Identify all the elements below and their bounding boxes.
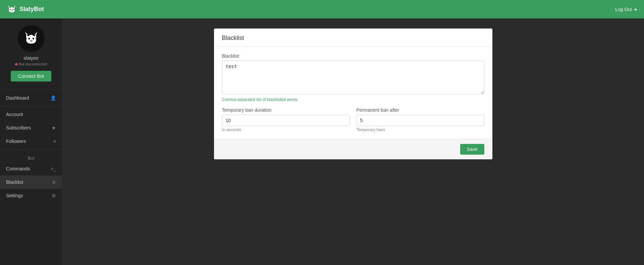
perm-ban-input[interactable]	[357, 115, 484, 126]
bot-status: Bot disconnected	[15, 62, 47, 66]
sidebar-item-dashboard[interactable]: Dashboard 👤	[0, 91, 62, 105]
perm-ban-label: Permanent ban after	[357, 107, 484, 113]
blacklist-card: Blacklist Blacklist Comma-separated list…	[214, 29, 492, 159]
blacklist-hint: Comma-separated list of blacklisted word…	[222, 97, 484, 102]
temp-ban-input[interactable]	[222, 115, 350, 126]
connect-bot-button[interactable]: Connect Bot	[11, 71, 51, 82]
svg-marker-8	[25, 32, 28, 35]
sidebar-divider-3	[0, 149, 62, 150]
username-label: slatyoo	[23, 55, 38, 61]
sidebar-item-settings[interactable]: Settings ⚙	[0, 189, 62, 202]
subscribers-icon: ★	[52, 125, 56, 130]
card-footer: Save	[214, 139, 492, 159]
svg-point-10	[28, 38, 30, 40]
save-button[interactable]: Save	[460, 144, 484, 155]
brand-name: SlatyBot	[19, 6, 44, 13]
top-nav: SlatyBot Log Out ➜	[0, 0, 644, 18]
card-body: Blacklist Comma-separated list of blackl…	[214, 47, 492, 139]
avatar-cat-icon	[23, 30, 40, 47]
cat-logo-icon	[7, 4, 17, 14]
followers-icon: ≡	[53, 139, 56, 144]
svg-point-3	[12, 9, 13, 10]
main-content: Blacklist Blacklist Comma-separated list…	[62, 18, 644, 265]
svg-point-11	[32, 38, 34, 40]
sidebar-item-account[interactable]: Account	[0, 108, 62, 121]
blacklist-textarea[interactable]	[222, 61, 484, 94]
blacklist-icon: ⊘	[52, 179, 56, 185]
svg-marker-0	[8, 5, 10, 7]
status-dot-icon	[15, 63, 17, 65]
avatar	[18, 25, 45, 52]
sidebar-divider-1	[0, 90, 62, 90]
sidebar-divider-2	[0, 106, 62, 106]
ban-fields-row: Temporary ban duration In seconds Perman…	[222, 107, 484, 132]
dashboard-icon: 👤	[50, 95, 56, 101]
sidebar-item-blacklist[interactable]: Blacklist ⊘	[0, 175, 62, 189]
commands-icon: >_	[51, 166, 56, 171]
sidebar-item-subscribers[interactable]: Subscribers ★	[0, 121, 62, 135]
svg-point-2	[10, 9, 11, 10]
brand: SlatyBot	[7, 4, 44, 14]
temp-ban-group: Temporary ban duration In seconds	[222, 107, 350, 132]
perm-ban-group: Permanent ban after Temporary bans	[357, 107, 484, 132]
settings-icon: ⚙	[52, 193, 56, 198]
sidebar-item-commands[interactable]: Commands >_	[0, 162, 62, 175]
card-header: Blacklist	[214, 29, 492, 47]
logout-button[interactable]: Log Out ➜	[615, 7, 637, 12]
logout-icon: ➜	[633, 7, 637, 12]
card-title: Blacklist	[222, 35, 484, 42]
bot-section-label: Bot	[0, 151, 62, 162]
perm-ban-hint: Temporary bans	[357, 127, 484, 132]
temp-ban-hint: In seconds	[222, 127, 350, 132]
sidebar-item-followers[interactable]: Followers ≡	[0, 135, 62, 148]
svg-marker-1	[13, 5, 15, 7]
sidebar: slatyoo Bot disconnected Connect Bot Das…	[0, 18, 62, 265]
svg-marker-9	[34, 32, 37, 35]
temp-ban-label: Temporary ban duration	[222, 107, 350, 113]
blacklist-field-label: Blacklist	[222, 53, 484, 59]
